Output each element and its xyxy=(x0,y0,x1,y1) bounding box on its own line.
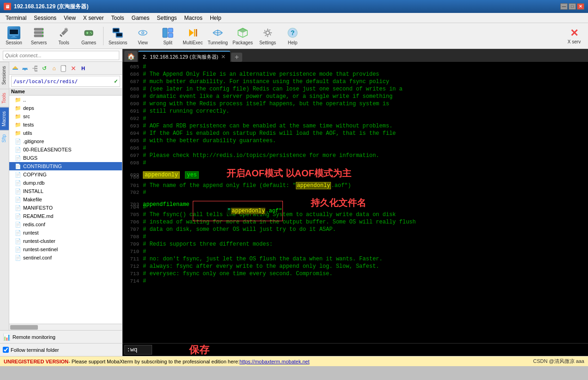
menu-terminal[interactable]: Terminal xyxy=(2,14,30,22)
file-icon: 📄 xyxy=(15,238,21,244)
file-item-manifesto[interactable]: 📄 MANIFESTO xyxy=(9,204,122,212)
terminal-line-688: 688# (see later in the config file) Redi… xyxy=(126,86,584,93)
file-item-deps[interactable]: 📁 deps xyxy=(9,104,122,112)
svg-marker-26 xyxy=(189,29,194,36)
file-tool-up[interactable] xyxy=(11,64,19,72)
file-list[interactable]: 📁 .. 📁 deps 📁 src 📁 tests xyxy=(9,96,122,324)
file-icon: 📄 xyxy=(15,188,21,194)
current-path: /usr/local/src/redis/ xyxy=(13,78,114,84)
menu-xserver[interactable]: X server xyxy=(80,14,108,22)
toolbar-games[interactable]: Games xyxy=(77,24,101,48)
folder-icon: 📁 xyxy=(15,105,21,111)
file-item-sentinelconf[interactable]: 📄 sentinel.conf xyxy=(9,253,122,262)
terminal-line-714: 714# xyxy=(126,278,584,285)
toolbar-sessions2[interactable]: Sessions xyxy=(106,24,130,48)
follow-terminal-checkbox[interactable] xyxy=(3,347,9,353)
tab-close-button[interactable]: ✕ xyxy=(221,54,226,60)
menu-view[interactable]: View xyxy=(60,14,80,22)
file-item-tests[interactable]: 📁 tests xyxy=(9,121,122,129)
follow-terminal-bar: Follow terminal folder xyxy=(0,343,122,356)
svg-point-14 xyxy=(90,32,91,33)
file-item-dumprdb[interactable]: 📄 dump.rdb xyxy=(9,179,122,187)
horizontal-scrollbar[interactable] xyxy=(9,324,122,330)
svg-point-15 xyxy=(91,33,92,34)
file-item-src[interactable]: 📁 src xyxy=(9,112,122,121)
svg-rect-43 xyxy=(35,66,37,67)
svg-point-8 xyxy=(42,32,43,33)
toolbar-tools[interactable]: Tools xyxy=(52,24,76,48)
toolbar-session[interactable]: Session xyxy=(2,24,26,48)
menu-sessions[interactable]: Sessions xyxy=(30,14,60,22)
sidebar-tab-macros[interactable]: Macros xyxy=(0,107,9,130)
toolbar-view[interactable]: View xyxy=(131,24,155,48)
toolbar-multiexec[interactable]: MultiExec xyxy=(181,24,205,48)
file-tool-download[interactable] xyxy=(21,64,29,72)
sidebar-tab-tools[interactable]: Tools xyxy=(0,89,9,107)
new-tab-button[interactable]: + xyxy=(231,53,242,62)
file-tool-hidden[interactable]: H xyxy=(79,64,87,72)
svg-point-22 xyxy=(142,32,144,34)
quick-connect-input[interactable] xyxy=(3,51,119,60)
follow-terminal-label[interactable]: Follow terminal folder xyxy=(11,347,59,353)
file-tool-home[interactable]: ⌂ xyxy=(50,64,58,72)
file-item-runtest[interactable]: 📄 runtest xyxy=(9,229,122,237)
file-tool-refresh[interactable]: ↺ xyxy=(40,64,49,72)
menu-settings[interactable]: Settings xyxy=(153,14,180,22)
split-icon xyxy=(161,26,174,39)
toolbar-packages[interactable]: Packages xyxy=(231,24,255,48)
file-browser: ↺ ⌂ ✕ H /usr/local/src/redis/ ✓ Name xyxy=(9,62,122,330)
toolbar-tunneling[interactable]: Tunneling xyxy=(206,24,230,48)
xserv-icon: ✕ xyxy=(570,27,578,39)
file-item-redisconf[interactable]: 📄 redis.conf xyxy=(9,220,122,229)
terminal-area: 🏠 2. 192.168.126.129 (京淘服务器) ✕ + 685# 68… xyxy=(122,49,588,356)
terminal-line-712: 712# always: fsync after every write to … xyxy=(126,263,584,271)
file-tool-tree[interactable] xyxy=(31,64,39,72)
appendonly-keyword: appendonly xyxy=(143,171,180,179)
menu-tools[interactable]: Tools xyxy=(108,14,128,22)
toolbar-xserv[interactable]: ✕ X serv xyxy=(562,24,586,48)
vim-command-input[interactable] xyxy=(124,345,152,355)
file-item-utils[interactable]: 📁 utils xyxy=(9,129,122,137)
minimize-button[interactable]: — xyxy=(560,3,568,10)
toolbar-session-label: Session xyxy=(6,40,22,45)
menu-help[interactable]: Help xyxy=(206,14,225,22)
file-icon: 📄 xyxy=(15,163,21,169)
file-item-runtest-sentinel[interactable]: 📄 runtest-sentinel xyxy=(9,245,122,253)
file-item-install[interactable]: 📄 INSTALL xyxy=(9,187,122,195)
file-item-bugs[interactable]: 📄 BUGS xyxy=(9,154,122,162)
toolbar-servers[interactable]: Servers xyxy=(27,24,51,48)
status-link[interactable]: https://mobaxterm.mobatek.net xyxy=(239,359,310,364)
maximize-button[interactable]: □ xyxy=(569,3,576,10)
svg-rect-46 xyxy=(61,66,66,72)
svg-point-9 xyxy=(42,36,43,36)
file-item-gitignore[interactable]: 📄 .gitignore xyxy=(9,137,122,145)
toolbar-split[interactable]: Split xyxy=(156,24,180,48)
terminal-line-710: 710# xyxy=(126,248,584,256)
file-item-dotdot[interactable]: 📁 .. xyxy=(9,96,122,104)
file-tool-new-file[interactable] xyxy=(60,64,68,72)
file-tool-delete[interactable]: ✕ xyxy=(69,64,78,72)
close-button[interactable]: ✕ xyxy=(577,3,584,10)
file-item-copying[interactable]: 📄 COPYING xyxy=(9,170,122,179)
multiexec-icon xyxy=(186,26,199,39)
menu-games[interactable]: Games xyxy=(128,14,153,22)
sidebar-tab-sftp[interactable]: Sftp xyxy=(0,130,9,146)
menu-macros[interactable]: Macros xyxy=(181,14,206,22)
file-item-contributing[interactable]: 📄 CONTRIBUTING xyxy=(9,162,122,170)
toolbar-settings[interactable]: Settings xyxy=(256,24,280,48)
sidebar-tab-sessions[interactable]: Sessions xyxy=(0,62,9,89)
quick-connect-bar xyxy=(0,49,122,62)
file-item-makefile[interactable]: 📄 Makefile xyxy=(9,195,122,204)
svg-rect-3 xyxy=(11,37,17,38)
file-item-releasenotes[interactable]: 📄 00-RELEASENOTES xyxy=(9,145,122,154)
remote-monitoring-button[interactable]: 📊 Remote monitoring xyxy=(0,330,122,343)
tab-home-button[interactable]: 🏠 xyxy=(124,51,137,62)
file-item-runtest-cluster[interactable]: 📄 runtest-cluster xyxy=(9,237,122,245)
session-icon xyxy=(7,26,20,39)
terminal-content[interactable]: 685# 686# The Append Only File is an alt… xyxy=(122,62,588,343)
scroll-thumb[interactable] xyxy=(10,325,38,330)
toolbar-help[interactable]: ? Help xyxy=(281,24,305,48)
file-item-readme[interactable]: 📄 README.md xyxy=(9,212,122,220)
terminal-tab-1[interactable]: 2. 192.168.126.129 (京淘服务器) ✕ xyxy=(138,51,230,62)
path-check-icon: ✓ xyxy=(114,78,118,84)
